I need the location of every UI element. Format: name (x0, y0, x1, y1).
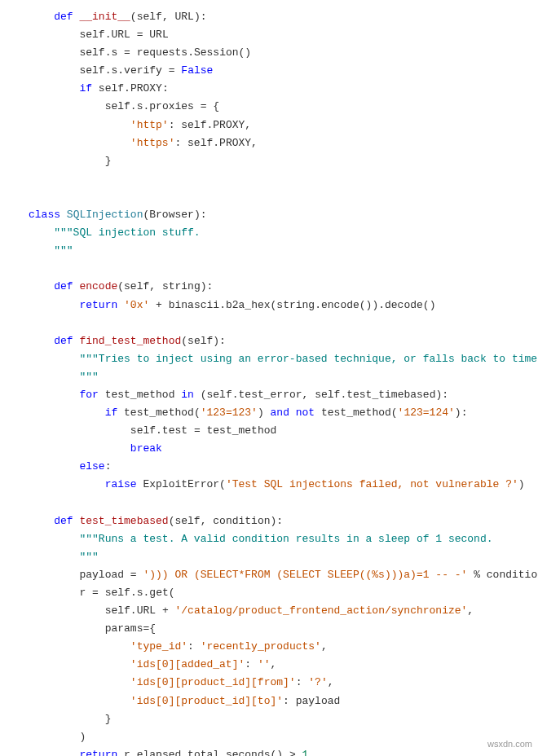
token-name: r (124, 749, 130, 756)
token-kw: def (54, 335, 73, 347)
token-punc: ( (181, 335, 187, 347)
token-punc: ( (130, 11, 137, 23)
token-name: decode (385, 299, 423, 311)
code-block: def __init__(self, URL): self.URL = URL … (0, 0, 538, 756)
token-punc: , (245, 119, 251, 131)
token-punc: ): (213, 335, 226, 347)
token-punc: , (201, 515, 207, 527)
token-punc: = (92, 587, 99, 599)
token-punc: . (130, 587, 137, 599)
token-name: elapsed (137, 749, 182, 756)
token-name: requests (137, 46, 187, 59)
token-kw: and (271, 407, 289, 419)
token-name: self (181, 119, 206, 131)
token-kw: break (130, 442, 162, 455)
token-punc: , (271, 658, 277, 670)
token-name: self (137, 11, 162, 23)
token-name: self (79, 46, 104, 59)
token-punc: ()). (359, 299, 385, 311)
token-kw: def (54, 280, 73, 292)
token-punc: . (124, 82, 130, 94)
token-punc: ): (271, 515, 284, 527)
token-punc: () (271, 749, 284, 756)
token-str: '/catalog/product_frontend_action/synchr… (175, 604, 468, 617)
token-punc: + (162, 604, 169, 617)
token-name: test_method (207, 424, 277, 437)
token-name: test_method (124, 407, 194, 419)
token-str: 'ids[0][product_id][to]' (130, 695, 283, 707)
token-name: total_seconds (187, 749, 270, 756)
token-doc: """ (79, 371, 98, 383)
token-doc: """ (54, 244, 73, 257)
token-str: 'ids[0][added_at]' (130, 658, 245, 670)
token-punc: > (289, 749, 296, 756)
token-punc: : (174, 137, 181, 149)
token-punc: ): (455, 407, 468, 419)
token-name: URL (175, 11, 194, 23)
token-punc: : (296, 676, 302, 688)
token-punc: ( (117, 280, 124, 292)
token-name: self (187, 335, 213, 347)
token-name: self (207, 389, 232, 401)
token-name: self (99, 82, 124, 94)
token-kw: in (181, 389, 194, 401)
token-name: self (124, 280, 149, 292)
token-doc: """ (79, 551, 98, 563)
token-str: 'type_id' (130, 640, 187, 653)
token-kw: raise (105, 478, 137, 490)
token-doc: """Tries to inject using an error-based … (79, 353, 538, 365)
token-punc: ( (391, 407, 398, 419)
token-punc: = (169, 64, 175, 77)
token-name: Session (194, 46, 239, 59)
token-name: self (174, 515, 200, 527)
token-kw: class (29, 209, 60, 221)
token-name: self (315, 389, 340, 401)
token-punc: () (239, 46, 252, 59)
token-kw: if (105, 407, 118, 419)
token-name: params (105, 622, 143, 635)
token-name: self (105, 604, 130, 617)
token-punc: : (169, 119, 175, 131)
token-name: test_method (105, 389, 175, 401)
token-punc: = (137, 29, 143, 41)
token-name: condition (487, 569, 538, 581)
token-name: ExploitError (143, 478, 219, 490)
token-doc: """Runs a test. A valid condition result… (79, 533, 492, 545)
token-punc: , (328, 676, 334, 688)
token-name: encode (321, 299, 359, 311)
token-punc: ): (194, 11, 207, 23)
token-str: '0x' (124, 299, 149, 311)
token-name: URL (137, 604, 156, 617)
token-punc: . (156, 424, 162, 437)
token-punc: . (117, 64, 124, 77)
token-punc: = (130, 569, 137, 581)
token-name: URL (149, 29, 168, 41)
token-name: s (111, 46, 117, 59)
token-kw: False (181, 64, 213, 77)
token-punc: , (162, 11, 169, 23)
token-name: test (162, 424, 187, 437)
token-kw: not (296, 407, 315, 419)
token-kw: if (79, 82, 92, 94)
token-punc: ) (518, 478, 525, 490)
token-str: 'recently_products' (201, 640, 321, 653)
token-punc: : (283, 695, 289, 707)
token-name: URL (111, 29, 130, 41)
token-punc: . (130, 604, 137, 617)
token-name: self (130, 424, 156, 437)
token-punc: , (302, 389, 309, 401)
token-punc: ( (194, 407, 201, 419)
token-punc: { (213, 100, 219, 112)
token-punc: . (232, 389, 239, 401)
token-punc: = (124, 46, 130, 59)
token-fn: find_test_method (79, 335, 181, 347)
token-punc: . (315, 299, 321, 311)
token-name: test_timebased (346, 389, 435, 401)
token-kw: for (79, 389, 98, 401)
token-punc: ( (169, 587, 175, 599)
watermark: wsxdn.com (485, 736, 535, 753)
token-punc: : (162, 82, 169, 94)
token-str: '?' (308, 676, 327, 688)
token-punc: : (187, 640, 194, 653)
token-str: 'ids[0][product_id][from]' (130, 676, 296, 688)
